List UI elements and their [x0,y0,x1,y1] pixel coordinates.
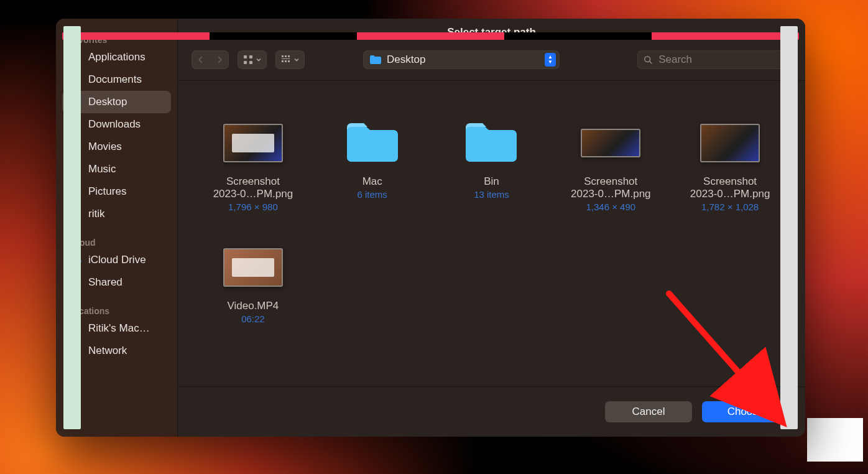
main-panel: Select target path [177,19,805,437]
back-button[interactable] [192,50,210,69]
svg-rect-12 [249,55,252,58]
file-item[interactable]: Screenshot 2023-0…PM.png 1,346 × 490 [554,118,667,236]
folder-item[interactable]: Bin 13 items [435,118,548,236]
svg-rect-20 [288,60,290,62]
file-name: Screenshot [703,175,757,188]
chevron-down-icon [293,57,300,63]
sidebar-item-label: Desktop [88,96,127,108]
svg-point-22 [645,56,650,62]
sidebar-item-label: Ritik's Mac… [88,322,150,335]
search-field[interactable] [637,50,792,69]
svg-rect-17 [288,55,290,57]
sidebar-item-label: Movies [88,141,122,153]
folder-icon [462,120,520,166]
file-meta: 1,346 × 490 [586,202,635,212]
sidebar-item-label: Shared [88,276,122,289]
file-meta: 1,782 × 1,028 [701,202,759,212]
toolbar: Desktop ▲▼ [178,46,805,81]
svg-rect-21 [282,58,290,59]
nav-segment [192,50,229,69]
forward-button[interactable] [210,50,229,69]
svg-rect-19 [285,60,287,62]
file-meta: 1,796 × 980 [228,202,278,212]
file-name: Video.MP4 [227,300,279,312]
path-control[interactable]: Desktop ▲▼ [363,50,560,69]
svg-rect-16 [285,55,287,57]
svg-rect-18 [282,60,284,62]
svg-rect-15 [282,55,284,57]
sidebar-item-label: ritik [88,208,104,220]
file-picker-window: Favorites Applications Documents Desktop… [56,19,805,437]
choose-button[interactable]: Choose [702,401,789,422]
svg-rect-13 [244,61,247,64]
sidebar-item-label: Music [88,163,116,175]
icon-view-button[interactable] [238,50,267,69]
file-name: Screenshot [584,175,637,188]
file-name: Mac [362,175,382,188]
image-thumbnail-icon [581,129,640,157]
image-thumbnail-icon [223,124,283,162]
file-item[interactable]: Screenshot 2023-0…PM.png 1,796 × 980 [196,118,310,236]
file-meta: 13 items [474,189,509,200]
cancel-button[interactable]: Cancel [605,401,692,422]
file-name-line2: 2023-0…PM.png [213,188,293,200]
sidebar-item-label: iCloud Drive [88,254,146,266]
search-input[interactable] [657,53,785,67]
sidebar-item-label: Applications [88,51,145,63]
file-name-line2: 2023-0…PM.png [571,188,651,200]
sidebar-item-label: Network [88,345,127,357]
chevron-down-icon [256,57,262,63]
image-thumbnail-icon [700,124,760,162]
sidebar-item-label: Pictures [88,185,126,198]
file-item[interactable]: Screenshot 2023-0…PM.png 1,782 × 1,028 [673,118,787,236]
file-meta: 6 items [358,189,387,200]
folder-icon [343,120,402,166]
group-by-button[interactable] [275,50,305,69]
file-name-line2: 2023-0…PM.png [690,188,770,200]
file-name: Bin [484,175,499,188]
file-grid[interactable]: Screenshot 2023-0…PM.png 1,796 × 980 Mac… [178,81,805,386]
dialog-footer: Cancel Choose [178,386,805,437]
path-name: Desktop [387,53,540,66]
sidebar-item-label: Downloads [88,118,141,131]
svg-rect-14 [249,61,252,64]
white-corner-block [807,418,863,462]
file-item[interactable]: Video.MP4 06:22 [196,243,310,361]
folder-item[interactable]: Mac 6 items [316,118,429,236]
search-icon [644,55,652,65]
sidebar-item-label: Documents [88,73,142,86]
folder-icon [369,55,382,65]
file-meta: 06:22 [241,314,265,324]
file-name: Screenshot [226,175,280,188]
path-stepper-icon: ▲▼ [545,53,556,67]
svg-rect-11 [244,55,247,58]
video-thumbnail-icon [223,248,283,287]
